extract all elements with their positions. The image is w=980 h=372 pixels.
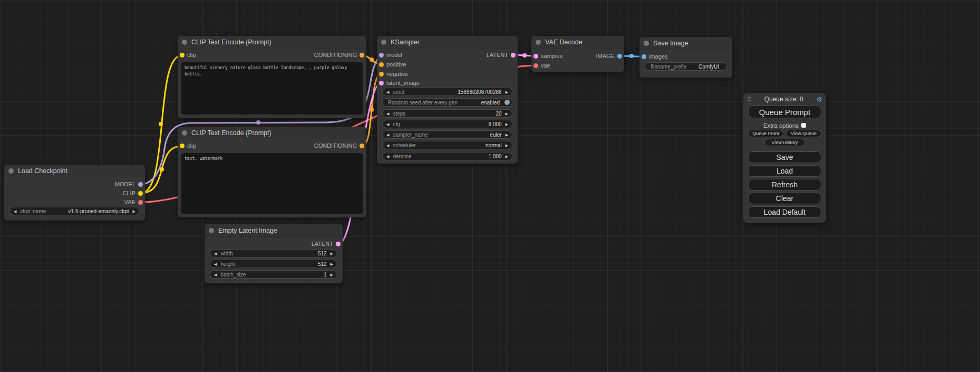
widget-random-seed-toggle[interactable]: Random seed after every gen enabled [382, 98, 512, 107]
node-title-bar[interactable]: Load Checkpoint [4, 165, 145, 177]
widget-sampler-name[interactable]: ◀ sampler_name euler ▶ [382, 130, 512, 139]
collapse-dot-icon[interactable] [209, 228, 214, 233]
output-slot-conditioning[interactable] [360, 144, 364, 148]
input-slot-clip[interactable] [180, 144, 185, 148]
output-label-conditioning: CONDITIONING [314, 51, 357, 59]
input-slot-images[interactable] [642, 54, 646, 59]
output-slot-vae[interactable] [138, 200, 143, 205]
node-graph-canvas[interactable]: Load Checkpoint MODEL CLIP VAE ◀ ckpt_na… [0, 0, 980, 372]
toggle-knob-icon[interactable] [504, 100, 510, 105]
decrement-arrow-icon[interactable]: ◀ [386, 133, 389, 137]
input-slot-vae[interactable] [533, 63, 538, 68]
link-dot [256, 120, 260, 125]
refresh-button[interactable]: Refresh [748, 179, 821, 190]
decrement-arrow-icon[interactable]: ◀ [386, 155, 389, 158]
node-title-bar[interactable]: Empty Latent Image [205, 224, 343, 237]
output-slot-clip[interactable] [138, 191, 143, 196]
input-slot-model[interactable] [379, 53, 384, 58]
widget-scheduler[interactable]: ◀ scheduler normal ▶ [382, 141, 512, 149]
queue-front-button[interactable]: Queue Front [748, 130, 783, 137]
increment-arrow-icon[interactable]: ▶ [331, 273, 333, 276]
widget-ckpt-name[interactable]: ◀ ckpt_name v1-5-pruned-emaonly.ckpt ▶ [9, 207, 140, 215]
node-clip-text-encode-positive[interactable]: CLIP Text Encode (Prompt) clip CONDITION… [178, 36, 366, 118]
widget-cfg[interactable]: ◀ cfg 8.000 ▶ [382, 120, 512, 128]
node-title-bar[interactable]: CLIP Text Encode (Prompt) [178, 36, 366, 49]
widget-steps[interactable]: ◀ steps 20 ▶ [382, 109, 512, 118]
decrement-arrow-icon[interactable]: ◀ [14, 209, 16, 213]
decrement-arrow-icon[interactable]: ◀ [214, 252, 217, 255]
node-vae-decode[interactable]: VAE Decode samples IMAGE vae [531, 36, 624, 72]
widget-width[interactable]: ◀ width 512 ▶ [210, 249, 337, 257]
widget-filename-prefix[interactable]: filename_prefix ComfyUI [645, 62, 727, 71]
queue-menu-panel[interactable]: ⠿ Queue size: 0 ⚙ Queue Prompt Extra opt… [743, 93, 826, 223]
collapse-dot-icon[interactable] [381, 40, 386, 45]
increment-arrow-icon[interactable]: ▶ [331, 252, 333, 255]
input-slot-clip[interactable] [180, 53, 185, 58]
decrement-arrow-icon[interactable]: ◀ [386, 112, 389, 116]
load-default-button[interactable]: Load Default [748, 206, 821, 218]
prompt-textarea[interactable]: text, watermark [181, 153, 363, 214]
drag-handle-icon[interactable]: ⠿ [747, 96, 751, 103]
increment-arrow-icon[interactable]: ▶ [506, 155, 508, 158]
link-dot [522, 53, 527, 58]
collapse-dot-icon[interactable] [182, 40, 187, 45]
output-label-vae: VAE [124, 198, 135, 206]
slot-row: model LATENT [377, 51, 518, 59]
widget-seed[interactable]: ◀ seed 156680208700286 ▶ [382, 88, 512, 96]
decrement-arrow-icon[interactable]: ◀ [386, 90, 389, 94]
collapse-dot-icon[interactable] [536, 40, 541, 45]
extra-options-label: Extra options [763, 122, 799, 129]
load-button[interactable]: Load [748, 165, 821, 177]
output-slot-model[interactable] [138, 182, 143, 187]
decrement-arrow-icon[interactable]: ◀ [386, 122, 389, 126]
widget-value: 512 [318, 251, 327, 256]
node-clip-text-encode-negative[interactable]: CLIP Text Encode (Prompt) clip CONDITION… [178, 127, 366, 217]
widget-height[interactable]: ◀ height 512 ▶ [210, 260, 337, 268]
increment-arrow-icon[interactable]: ▶ [506, 144, 508, 147]
increment-arrow-icon[interactable]: ▶ [506, 133, 508, 137]
increment-arrow-icon[interactable]: ▶ [331, 262, 333, 266]
view-queue-button[interactable]: View Queue [786, 130, 821, 137]
increment-arrow-icon[interactable]: ▶ [506, 90, 508, 94]
input-slot-samples[interactable] [533, 54, 538, 59]
node-title-bar[interactable]: KSampler [377, 36, 518, 49]
output-slot-latent[interactable] [336, 242, 341, 246]
widget-batch-size[interactable]: ◀ batch_size 1 ▶ [210, 270, 337, 279]
output-slot-image[interactable] [617, 54, 622, 59]
view-history-button[interactable]: View History [764, 139, 805, 146]
decrement-arrow-icon[interactable]: ◀ [214, 262, 217, 266]
widget-name: scheduler [393, 142, 415, 148]
increment-arrow-icon[interactable]: ▶ [506, 112, 508, 116]
link-dot [370, 108, 374, 112]
decrement-arrow-icon[interactable]: ◀ [386, 144, 389, 147]
extra-options-checkbox[interactable] [801, 123, 806, 128]
collapse-dot-icon[interactable] [8, 168, 14, 174]
increment-arrow-icon[interactable]: ▶ [133, 209, 135, 213]
node-title-bar[interactable]: VAE Decode [531, 36, 624, 49]
node-ksampler[interactable]: KSampler model LATENT positive negative … [377, 36, 518, 164]
output-label-latent: LATENT [312, 240, 333, 248]
node-title-bar[interactable]: Save Image [639, 37, 732, 50]
queue-prompt-button[interactable]: Queue Prompt [748, 106, 821, 118]
collapse-dot-icon[interactable] [644, 41, 649, 46]
input-slot-negative[interactable] [379, 72, 384, 77]
save-button[interactable]: Save [748, 151, 821, 163]
slot-row: negative [377, 70, 518, 78]
output-label-model: MODEL [115, 180, 135, 188]
node-empty-latent-image[interactable]: Empty Latent Image LATENT ◀ width 512 ▶ … [205, 224, 343, 283]
widget-denoise[interactable]: ◀ denoise 1.000 ▶ [382, 152, 512, 160]
settings-gear-icon[interactable]: ⚙ [816, 96, 822, 103]
output-slot-conditioning[interactable] [360, 53, 364, 58]
input-slot-positive[interactable] [379, 62, 384, 67]
output-slot-latent[interactable] [511, 53, 516, 58]
increment-arrow-icon[interactable]: ▶ [506, 122, 508, 126]
node-title: Empty Latent Image [218, 227, 277, 234]
clear-button[interactable]: Clear [748, 193, 821, 204]
node-load-checkpoint[interactable]: Load Checkpoint MODEL CLIP VAE ◀ ckpt_na… [4, 165, 145, 221]
input-slot-latent-image[interactable] [379, 81, 384, 85]
decrement-arrow-icon[interactable]: ◀ [214, 273, 217, 276]
node-save-image[interactable]: Save Image images filename_prefix ComfyU… [639, 37, 732, 78]
node-title-bar[interactable]: CLIP Text Encode (Prompt) [178, 127, 366, 139]
collapse-dot-icon[interactable] [182, 130, 187, 136]
prompt-textarea[interactable]: beautiful scenery nature glass bottle la… [181, 62, 363, 115]
